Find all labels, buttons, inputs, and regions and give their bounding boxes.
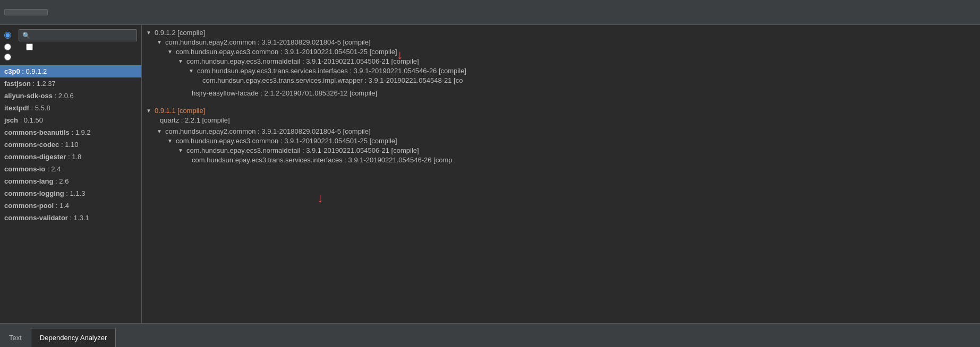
tab-dependency-analyzer[interactable]: Dependency Analyzer — [31, 328, 116, 347]
tree-node: ▼com.hundsun.epay.ecs3.normaldetail : 3.… — [178, 56, 976, 100]
tree-children: ▼com.hundsun.epay.ecs3.trans.services.in… — [189, 65, 976, 99]
toolbar — [0, 0, 980, 25]
dep-item-commons-io[interactable]: commons-io : 2.4 — [0, 163, 141, 175]
tree-node: ▼com.hundsun.epay.ecs3.common : 3.9.1-20… — [167, 135, 976, 169]
tree-children: quartz : 2.2.1 [compile]▼com.hundsun.epa… — [157, 115, 976, 170]
tree-toggle-icon[interactable]: ▼ — [157, 128, 162, 134]
tree-node-text: hsjry-easyflow-facade : 2.1.2-20190701.0… — [192, 89, 377, 97]
tree-children: ▼com.hundsun.epay.ecs3.common : 3.9.1-20… — [167, 46, 976, 102]
tree-node-line: com.hundsun.epay.ecs3.trans.services.imp… — [199, 76, 976, 84]
tree-node: quartz : 2.2.1 [compile] — [157, 115, 976, 126]
all-list-radio[interactable] — [4, 44, 11, 50]
tree-node-text: 0.9.1.1 [compile] — [155, 107, 205, 115]
tree-toggle-icon[interactable]: ▼ — [178, 58, 183, 64]
dep-item-c3p0[interactable]: c3p0 : 0.9.1.2 — [0, 65, 141, 77]
tab-text[interactable]: Text — [0, 328, 31, 347]
filter-section: 🔍 — [0, 25, 141, 65]
tree-children: ▼com.hundsun.epay2.common : 3.9.1-201808… — [157, 37, 976, 103]
dep-item-commons-lang[interactable]: commons-lang : 2.6 — [0, 175, 141, 187]
tree-node-line: ▼com.hundsun.epay.ecs3.trans.services.in… — [189, 67, 976, 75]
tree-node-line: ▼com.hundsun.epay.ecs3.common : 3.9.1-20… — [167, 137, 976, 145]
tree-node: com.hundsun.epay.ecs3.trans.services.int… — [189, 154, 976, 166]
tree-node-text: com.hundsun.epay2.common : 3.9.1-2018082… — [165, 38, 371, 46]
all-tree-radio[interactable] — [4, 54, 11, 60]
tree-children: ▼com.hundsun.epay.ecs3.normaldetail : 3.… — [178, 56, 976, 100]
dep-item-aliyun-sdk-oss[interactable]: aliyun-sdk-oss : 2.0.6 — [0, 90, 141, 102]
tree-node-text: com.hundsun.epay.ecs3.normaldetail : 3.9… — [186, 57, 419, 65]
tree-node-line: ▼com.hundsun.epay.ecs3.common : 3.9.1-20… — [167, 48, 976, 56]
tree-node: com.hundsun.epay.ecs3.trans.services.imp… — [199, 75, 976, 86]
tree-toggle-icon[interactable]: ▼ — [189, 68, 194, 74]
tree-node-text: com.hundsun.epay.ecs3.normaldetail : 3.9… — [186, 146, 419, 154]
all-tree-radio-row — [4, 54, 137, 60]
tree-node-text: com.hundsun.epay.ecs3.trans.services.imp… — [202, 76, 463, 84]
search-icon: 🔍 — [22, 32, 30, 39]
tree-toggle-icon[interactable]: ▼ — [146, 30, 151, 36]
tree-node-text: com.hundsun.epay2.common : 3.9.1-2018082… — [165, 127, 371, 135]
dep-item-commons-beanutils[interactable]: commons-beanutils : 1.9.2 — [0, 126, 141, 138]
dep-item-fastjson[interactable]: fastjson : 1.2.37 — [0, 77, 141, 90]
conflicts-radio-row — [4, 32, 14, 39]
tree-toggle-icon[interactable]: ▼ — [157, 39, 162, 45]
show-groupid-row — [26, 44, 36, 50]
bottom-tabs: TextDependency Analyzer — [0, 323, 980, 347]
tree-toggle-icon[interactable]: ▼ — [146, 108, 151, 114]
tree-node: ▼com.hundsun.epay.ecs3.normaldetail : 3.… — [178, 145, 976, 167]
tree-node: ▼com.hundsun.epay2.common : 3.9.1-201808… — [157, 37, 976, 103]
tree-node-text: 0.9.1.2 [compile] — [155, 29, 205, 37]
dep-item-commons-codec[interactable]: commons-codec : 1.10 — [0, 138, 141, 151]
tree-node-line: ▼com.hundsun.epay.ecs3.normaldetail : 3.… — [178, 57, 976, 65]
tree-container: ▼0.9.1.2 [compile]▼com.hundsun.epay2.com… — [142, 25, 980, 174]
search-input-wrap: 🔍 — [19, 29, 137, 41]
tree-node: ▼0.9.1.2 [compile]▼com.hundsun.epay2.com… — [146, 27, 976, 105]
annotation-available-arrow: ↓ — [317, 190, 323, 205]
refresh-button[interactable] — [4, 9, 48, 15]
tree-toggle-icon[interactable]: ▼ — [178, 148, 183, 153]
tree-node-line: hsjry-easyflow-facade : 2.1.2-20190701.0… — [189, 89, 976, 97]
tree-children: com.hundsun.epay.ecs3.trans.services.int… — [189, 154, 976, 166]
dep-item-jsch[interactable]: jsch : 0.1.50 — [0, 114, 141, 126]
tree-toggle-icon[interactable]: ▼ — [167, 49, 173, 55]
tree-toggle-icon[interactable]: ▼ — [167, 138, 173, 144]
dep-item-commons-validator[interactable]: commons-validator : 1.3.1 — [0, 212, 141, 224]
tree-node: ▼com.hundsun.epay.ecs3.trans.services.in… — [189, 65, 976, 88]
tree-node-line: ▼com.hundsun.epay2.common : 3.9.1-201808… — [157, 38, 976, 46]
tree-node-text: com.hundsun.epay.ecs3.common : 3.9.1-201… — [176, 48, 397, 56]
tree-node: ▼com.hundsun.epay.ecs3.common : 3.9.1-20… — [167, 46, 976, 102]
show-groupid-checkbox[interactable] — [26, 44, 33, 50]
right-panel: ↓ ↓ ▼0.9.1.2 [compile]▼com.hundsun.epay2… — [142, 25, 980, 323]
dependency-list: c3p0 : 0.9.1.2fastjson : 1.2.37aliyun-sd… — [0, 65, 141, 323]
dep-item-itextpdf[interactable]: itextpdf : 5.5.8 — [0, 102, 141, 114]
tree-node-text: com.hundsun.epay.ecs3.trans.services.int… — [192, 156, 452, 164]
all-list-radio-row — [4, 44, 137, 50]
tree-node: ▼0.9.1.1 [compile] quartz : 2.2.1 [compi… — [146, 105, 976, 172]
tree-children: ▼com.hundsun.epay.ecs3.normaldetail : 3.… — [178, 145, 976, 167]
tree-node: hsjry-easyflow-facade : 2.1.2-20190701.0… — [189, 88, 976, 99]
tree-node-line: ▼com.hundsun.epay.ecs3.normaldetail : 3.… — [178, 146, 976, 154]
tree-node-line: ▼0.9.1.1 [compile] — [146, 107, 976, 115]
search-row: 🔍 — [4, 29, 137, 41]
tree-node-line: quartz : 2.2.1 [compile] — [157, 116, 976, 124]
tree-children: com.hundsun.epay.ecs3.trans.services.imp… — [199, 75, 976, 86]
main-content: 🔍 c3p0 : 0.9.1.2fastjson : 1.2.37a — [0, 25, 980, 323]
tree-node-text: com.hundsun.epay.ecs3.trans.services.int… — [197, 67, 466, 75]
left-panel: 🔍 c3p0 : 0.9.1.2fastjson : 1.2.37a — [0, 25, 142, 323]
tree-children: ▼com.hundsun.epay.ecs3.common : 3.9.1-20… — [167, 135, 976, 169]
conflicts-radio[interactable] — [4, 32, 11, 39]
dep-item-commons-logging[interactable]: commons-logging : 1.1.3 — [0, 187, 141, 199]
tree-node-text: com.hundsun.epay.ecs3.common : 3.9.1-201… — [176, 137, 397, 145]
tree-node-line: ▼0.9.1.2 [compile] — [146, 29, 976, 37]
tree-node-line: ▼com.hundsun.epay2.common : 3.9.1-201808… — [157, 127, 976, 135]
dep-item-commons-pool[interactable]: commons-pool : 1.4 — [0, 199, 141, 212]
tree-node: ▼com.hundsun.epay2.common : 3.9.1-201808… — [157, 126, 976, 170]
dep-item-commons-digester[interactable]: commons-digester : 1.8 — [0, 151, 141, 163]
tree-node-line: com.hundsun.epay.ecs3.trans.services.int… — [189, 156, 976, 164]
search-input[interactable] — [32, 31, 133, 39]
tree-node-text: quartz : 2.2.1 [compile] — [160, 116, 230, 124]
